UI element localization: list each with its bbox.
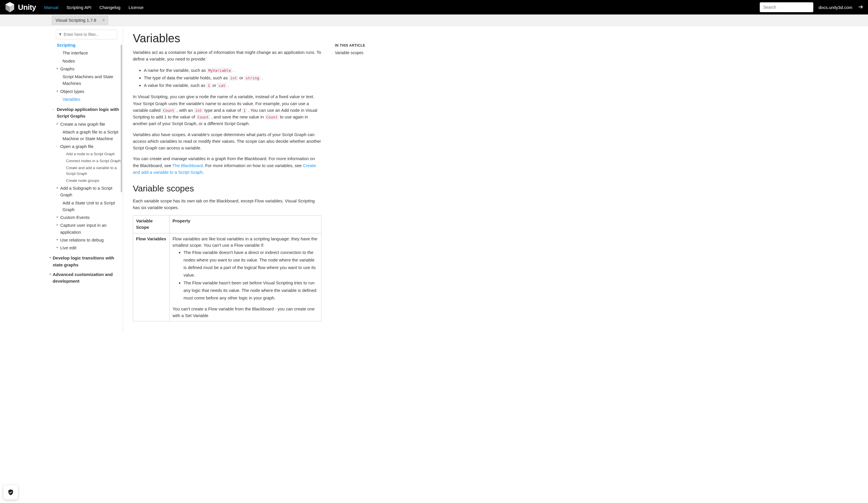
scopes-table: Variable Scope Property Flow Variables F…	[133, 215, 322, 322]
col-scope: Variable Scope	[133, 215, 169, 233]
plus-icon[interactable]: +	[56, 88, 60, 94]
intro-paragraph: Variables act as a container for a piece…	[133, 49, 322, 63]
unity-logo[interactable]: Unity	[4, 1, 36, 13]
plus-icon[interactable]: +	[49, 255, 53, 260]
header-left: Unity Manual Scripting API Changelog Lic…	[4, 0, 148, 14]
row1-li2: The Flow variable hasn't been set before…	[184, 279, 318, 302]
toc-add-node[interactable]: Add a node to a Script Graph	[53, 151, 122, 157]
paragraph-3: Variables also have scopes. A variable's…	[133, 131, 322, 152]
toc-use-relations[interactable]: +Use relations to debug	[53, 236, 122, 244]
chevron-down-icon: V	[103, 19, 105, 22]
toc-script-machines[interactable]: Script Machines and State Machines	[53, 73, 122, 88]
filter-box[interactable]	[56, 30, 117, 39]
arrow-right-icon	[858, 4, 864, 11]
version-bar: Visual Scripting 1.7.8 V	[0, 14, 868, 26]
toc-add-subgraph[interactable]: +Add a Subgraph to a Script Graph	[53, 184, 122, 199]
plus-icon[interactable]: +	[56, 237, 60, 243]
right-toc-heading: IN THIS ARTICLE	[335, 43, 383, 48]
toc-live-edit[interactable]: +Live edit	[53, 244, 122, 252]
search-input[interactable]	[763, 5, 810, 10]
scrollbar[interactable]	[121, 44, 122, 192]
toc-object-types[interactable]: +Object types	[53, 88, 122, 95]
code-cat: cat	[217, 83, 226, 88]
header-right: docs.unity3d.com	[760, 2, 864, 12]
right-toc: IN THIS ARTICLE Variable scopes	[331, 26, 383, 333]
toc-develop-app[interactable]: -Develop application logic with Script G…	[53, 105, 122, 120]
code-string: string	[245, 75, 260, 81]
plus-icon[interactable]: +	[56, 214, 60, 220]
toc-advanced[interactable]: +Advanced customization and development	[53, 270, 122, 285]
intro-bullets: A name for the variable, such as MyVaria…	[144, 66, 322, 90]
toc-variables[interactable]: Variables	[53, 95, 122, 103]
nav-scripting-api[interactable]: Scripting API	[63, 0, 95, 14]
nav-changelog[interactable]: Changelog	[95, 0, 125, 14]
toc-add-state-unit[interactable]: Add a State Unit to a Script Graph	[53, 199, 122, 214]
main-article: Variables Variables act as a container f…	[123, 26, 331, 333]
minus-icon[interactable]: -	[56, 143, 60, 149]
table-row: Flow Variables Flow variables are like l…	[133, 233, 322, 321]
bullet-1: A name for the variable, such as MyVaria…	[144, 66, 322, 74]
minus-icon[interactable]: -	[53, 106, 57, 112]
toc-capture-input[interactable]: +Capture user input in an application	[53, 221, 122, 236]
right-toc-link-scopes[interactable]: Variable scopes	[335, 50, 383, 55]
toc-develop-logic[interactable]: +Develop logic transitions with state gr…	[53, 254, 122, 269]
toc-custom-events[interactable]: +Custom Events	[53, 213, 122, 221]
version-selector[interactable]: Visual Scripting 1.7.8 V	[52, 16, 108, 25]
plus-icon[interactable]: +	[49, 271, 53, 277]
toc-open-graph[interactable]: -Open a graph file	[53, 143, 122, 150]
toc-create-groups[interactable]: Create node groups	[53, 177, 122, 184]
row1-scope: Flow Variables	[133, 233, 169, 321]
logo-text: Unity	[18, 3, 36, 12]
row1-property: Flow variables are like local variables …	[169, 233, 321, 321]
link-blackboard[interactable]: The Blackboard	[172, 163, 203, 168]
nav-license[interactable]: License	[124, 0, 148, 14]
toc-nodes[interactable]: Nodes	[53, 57, 122, 65]
page-title: Variables	[133, 32, 322, 45]
toc: Scripting The interface Nodes +Graphs Sc…	[53, 41, 122, 285]
plus-icon[interactable]: +	[56, 185, 60, 191]
col-property: Property	[169, 215, 321, 233]
search-box[interactable]	[760, 2, 813, 12]
plus-icon[interactable]: +	[56, 121, 60, 127]
filter-icon	[59, 32, 62, 37]
bullet-2: The type of data the variable holds, suc…	[144, 74, 322, 82]
unity-cube-icon	[4, 1, 16, 13]
toc-interface[interactable]: The interface	[53, 49, 122, 57]
version-label: Visual Scripting 1.7.8	[55, 18, 96, 23]
paragraph-4: You can create and manage variables in a…	[133, 155, 322, 175]
toc-create-variable[interactable]: Create and add a variable to a Script Gr…	[53, 164, 122, 177]
filter-input[interactable]	[64, 32, 115, 37]
row1-li1: The Flow variable doesn't have a direct …	[184, 249, 318, 279]
code-myvariable: MyVariable	[207, 68, 232, 73]
bullet-3: A value for the variable, such as 1 or c…	[144, 82, 322, 89]
nav-manual[interactable]: Manual	[40, 0, 63, 14]
plus-icon[interactable]: +	[56, 66, 60, 72]
plus-icon[interactable]: +	[56, 222, 60, 228]
code-int: int	[229, 75, 238, 81]
toc-connect-nodes[interactable]: Connect nodes in a Script Graph	[53, 157, 122, 164]
paragraph-5: Each variable scope has its own tab on t…	[133, 197, 322, 211]
docs-link[interactable]: docs.unity3d.com	[818, 5, 852, 10]
code-1: 1	[207, 83, 211, 88]
toc-scripting[interactable]: Scripting	[53, 41, 122, 49]
heading-scopes: Variable scopes	[133, 184, 322, 193]
toc-attach-graph[interactable]: Attach a graph file to a Script Machine …	[53, 128, 122, 143]
paragraph-2: In Visual Scripting, you can give a node…	[133, 93, 322, 127]
plus-icon[interactable]: +	[56, 245, 60, 250]
top-header: Unity Manual Scripting API Changelog Lic…	[0, 0, 868, 14]
left-column: Scripting The interface Nodes +Graphs Sc…	[0, 26, 123, 333]
toc-graphs[interactable]: +Graphs	[53, 65, 122, 73]
toc-create-graph[interactable]: +Create a new graph file	[53, 120, 122, 128]
